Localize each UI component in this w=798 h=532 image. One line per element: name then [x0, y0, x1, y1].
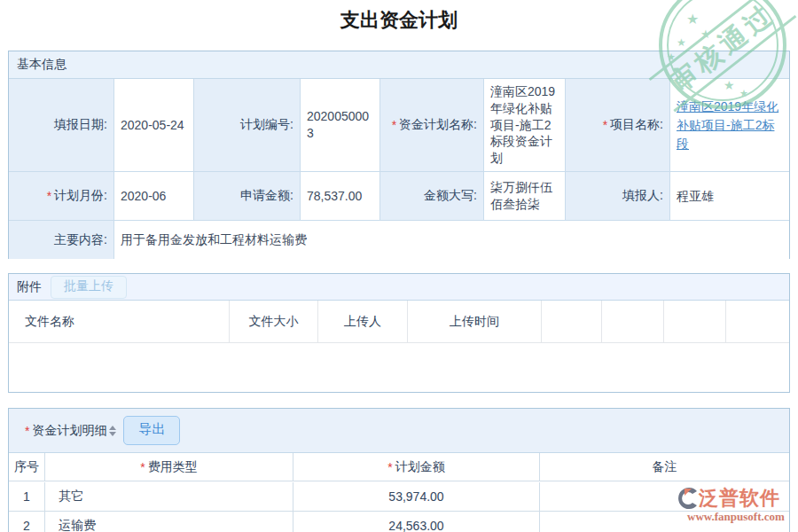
sort-icon[interactable]: [109, 426, 116, 436]
amount-label: 申请金额:: [194, 172, 301, 221]
page-title: 支出资金计划: [0, 7, 798, 34]
details-section: * 资金计划明细 导出 序号 *费用类型 *计划金额 备注 1 其它 53,97…: [8, 408, 790, 532]
details-header: * 资金计划明细 导出: [9, 409, 789, 453]
attachments-table-header: 文件名称 文件大小 上传人 上传时间: [9, 301, 789, 343]
project-name-value: 潼南区2019年绿化补贴项目-施工2标段: [670, 79, 789, 172]
col-plan-amount: *计划金额: [293, 453, 540, 481]
col-seq: 序号: [9, 453, 45, 481]
main-content-value: 用于备用金发放和工程材料运输费: [114, 221, 789, 259]
col-uploader: 上传人: [318, 301, 408, 343]
filler-value: 程亚雄: [670, 172, 789, 221]
details-title: 资金计划明细: [32, 423, 106, 439]
plan-month-label: *计划月份:: [9, 172, 114, 221]
footer-logo: 泛普软件 www.fanpusoft.com: [676, 485, 796, 524]
plan-no-label: 计划编号:: [194, 79, 301, 172]
plan-name-value: 潼南区2019年绿化补贴项目-施工2标段资金计划: [484, 79, 566, 172]
basic-info-header: 基本信息: [9, 51, 789, 79]
project-name-label: *项目名称:: [566, 79, 670, 172]
fanpu-logo-icon: [676, 486, 699, 511]
row2-fee-type: 运输费: [45, 512, 293, 532]
basic-info-section: 基本信息 填报日期: 2020-05-24 计划编号: 2020050003 *…: [8, 51, 790, 259]
required-mark: *: [387, 460, 392, 474]
row1-seq: 1: [9, 482, 45, 512]
row1-amount: 53,974.00: [293, 482, 540, 512]
col-empty: [726, 301, 789, 343]
col-empty: [542, 301, 602, 343]
plan-no-value: 2020050003: [301, 79, 380, 172]
attachments-section: 附件 批量上传 文件名称 文件大小 上传人 上传时间: [8, 273, 790, 393]
plan-month-value: 2020-06: [114, 172, 194, 221]
required-mark: *: [25, 424, 29, 438]
col-empty: [602, 301, 664, 343]
attachments-title: 附件: [17, 279, 42, 295]
basic-info-table: 填报日期: 2020-05-24 计划编号: 2020050003 *资金计划名…: [9, 79, 789, 259]
col-file-name: 文件名称: [9, 301, 230, 343]
project-link[interactable]: 潼南区2019年绿化补贴项目-施工2标段: [677, 98, 783, 153]
amount-caps-value: 柒万捌仟伍佰叁拾柒: [484, 172, 566, 221]
fill-date-value: 2020-05-24: [114, 79, 194, 172]
batch-upload-button[interactable]: 批量上传: [51, 276, 127, 299]
row2-amount: 24,563.00: [293, 512, 540, 532]
row2-seq: 2: [9, 512, 45, 532]
required-mark: *: [140, 460, 145, 474]
footer-logo-name: 泛普软件: [699, 485, 780, 512]
filler-label: 填报人:: [566, 172, 670, 221]
col-empty: [664, 301, 726, 343]
details-table: 序号 *费用类型 *计划金额 备注 1 其它 53,974.00 2 运输费 2…: [9, 453, 789, 532]
attachments-header: 附件 批量上传: [9, 274, 789, 301]
export-button[interactable]: 导出: [123, 416, 180, 445]
col-fee-type: *费用类型: [45, 453, 293, 481]
col-note: 备注: [540, 453, 789, 481]
row1-fee-type: 其它: [45, 482, 293, 512]
required-mark: *: [47, 189, 51, 203]
plan-name-label: *资金计划名称:: [380, 79, 484, 172]
col-upload-time: 上传时间: [408, 301, 542, 343]
main-content-label: 主要内容:: [9, 221, 114, 259]
fill-date-label: 填报日期:: [9, 79, 114, 172]
footer-logo-url[interactable]: www.fanpusoft.com: [676, 510, 796, 524]
required-mark: *: [603, 118, 607, 132]
required-mark: *: [392, 118, 396, 132]
basic-info-title: 基本信息: [17, 57, 66, 73]
col-file-size: 文件大小: [230, 301, 318, 343]
star-icon: ★: [677, 36, 686, 49]
amount-caps-label: 金额大写:: [380, 172, 484, 221]
amount-value: 78,537.00: [301, 172, 380, 221]
